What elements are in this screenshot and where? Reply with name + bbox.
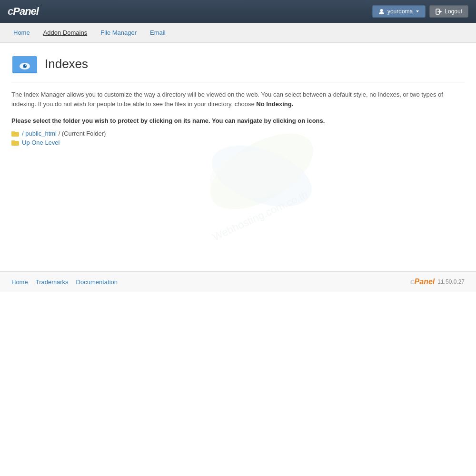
footer: Home Trademarks Documentation cPanel 11.… xyxy=(0,271,476,292)
footer-documentation[interactable]: Documentation xyxy=(76,278,118,286)
footer-brand: cPanel 11.50.0.27 xyxy=(410,278,465,286)
footer-trademarks[interactable]: Trademarks xyxy=(36,278,69,286)
instruction-text: Please select the folder you wish to pro… xyxy=(11,117,465,124)
logout-icon xyxy=(436,9,442,15)
footer-home[interactable]: Home xyxy=(11,278,28,286)
svg-point-0 xyxy=(380,9,383,12)
header: cPanel yourdoma Logout xyxy=(0,0,476,23)
nav-bar: Home Addon Domains File Manager Email xyxy=(0,23,476,43)
main-content: Indexes The Index Manager allows you to … xyxy=(0,43,476,271)
path-root: / public_html / (Current Folder) xyxy=(22,130,106,137)
logout-button[interactable]: Logout xyxy=(429,5,468,18)
up-folder-icon xyxy=(11,139,19,146)
footer-version: 11.50.0.27 xyxy=(437,278,465,285)
page-title: Indexes xyxy=(45,57,88,71)
chevron-down-icon xyxy=(416,10,419,13)
nav-email[interactable]: Email xyxy=(144,25,171,40)
page-header: Indexes xyxy=(11,52,465,82)
no-indexing-label: No Indexing. xyxy=(256,100,293,108)
description-text: The Index Manager allows you to customiz… xyxy=(11,90,465,109)
user-button[interactable]: yourdoma xyxy=(372,5,426,18)
logout-label: Logout xyxy=(445,8,462,15)
svg-point-7 xyxy=(25,65,26,66)
footer-links: Home Trademarks Documentation xyxy=(11,278,118,286)
user-icon xyxy=(378,9,385,15)
svg-point-12 xyxy=(206,142,308,205)
header-right: yourdoma Logout xyxy=(372,5,468,18)
footer-cpanel-logo: cPanel xyxy=(410,278,435,286)
up-one-level-link[interactable]: Up One Level xyxy=(11,139,465,146)
folder-nav: / public_html / (Current Folder) Up One … xyxy=(11,130,465,146)
folder-eye-icon xyxy=(11,52,38,75)
cpanel-logo: cPanel xyxy=(8,5,39,18)
indexes-icon xyxy=(11,52,38,75)
folder-icon xyxy=(11,130,19,137)
current-folder-link[interactable]: / public_html / (Current Folder) xyxy=(11,130,465,137)
nav-addon-domains[interactable]: Addon Domains xyxy=(38,25,93,40)
svg-point-11 xyxy=(204,134,320,219)
nav-home[interactable]: Home xyxy=(8,25,36,40)
nav-file-manager[interactable]: File Manager xyxy=(95,25,142,40)
user-label: yourdoma xyxy=(387,8,413,15)
up-one-level-label: Up One Level xyxy=(22,139,60,146)
svg-text:Webhosting.com.co.th: Webhosting.com.co.th xyxy=(211,188,309,243)
